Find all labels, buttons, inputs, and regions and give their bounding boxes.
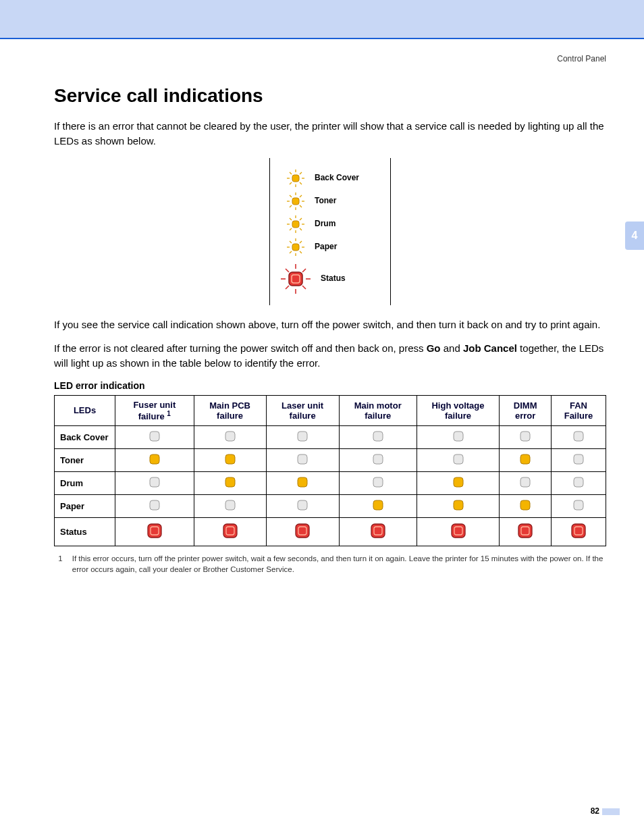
led-cell: [552, 426, 606, 449]
svg-line-33: [290, 251, 292, 253]
para-3: If the error is not cleared after turnin…: [54, 341, 606, 371]
status-led-on-icon: [369, 522, 387, 542]
col-leds: LEDs: [55, 395, 115, 425]
svg-line-5: [300, 182, 302, 184]
job-cancel-key: Job Cancel: [463, 342, 517, 354]
led-row-drum: Drum: [286, 215, 381, 234]
led-off-icon: [572, 476, 585, 490]
led-cell: [339, 449, 417, 472]
led-on-icon: [519, 453, 531, 467]
svg-rect-68: [225, 500, 235, 510]
svg-line-16: [300, 195, 302, 197]
led-cell: [500, 518, 552, 546]
led-cell: [339, 518, 417, 546]
svg-rect-80: [371, 524, 385, 538]
svg-rect-44: [289, 272, 302, 286]
led-off-icon: [572, 499, 585, 513]
page-number-tab: [602, 808, 620, 815]
led-lit-icon: [286, 215, 305, 234]
svg-rect-54: [225, 454, 235, 464]
status-led-on-icon: [516, 522, 534, 542]
led-error-table: LEDs Fuser unit failure 1 Main PCB failu…: [54, 395, 606, 546]
led-label: Paper: [315, 242, 337, 251]
table-row: Paper: [55, 495, 606, 518]
led-lit-icon: [286, 238, 305, 257]
svg-rect-8: [292, 175, 299, 182]
led-off-icon: [519, 430, 531, 444]
status-led-on-icon: [450, 522, 467, 542]
led-cell: [266, 495, 339, 518]
led-off-icon: [224, 430, 236, 444]
col-motor: Main motor failure: [339, 395, 417, 425]
intro-paragraph: If there is an error that cannot be clea…: [54, 119, 606, 149]
led-off-icon: [572, 430, 585, 444]
table-row: Status: [55, 518, 606, 546]
col-fan: FAN Failure: [552, 395, 606, 425]
chapter-tab: 4: [625, 221, 644, 250]
led-off-icon: [519, 476, 531, 490]
svg-rect-58: [520, 454, 530, 464]
svg-line-24: [290, 228, 292, 230]
led-label: Drum: [315, 219, 336, 228]
led-cell: [500, 472, 552, 495]
col-hv: High voltage failure: [417, 395, 500, 425]
table-row: Back Cover: [55, 426, 606, 449]
led-off-icon: [296, 453, 308, 467]
led-off-icon: [572, 453, 585, 467]
svg-line-23: [300, 228, 302, 230]
col-mainpcb: Main PCB failure: [194, 395, 266, 425]
led-row-back-cover: Back Cover: [286, 169, 381, 188]
svg-rect-59: [574, 454, 583, 464]
svg-rect-63: [373, 477, 383, 487]
led-off-icon: [372, 430, 384, 444]
led-row-paper: Paper: [286, 238, 381, 257]
led-cell: [194, 495, 266, 518]
led-cell: [266, 518, 339, 546]
svg-rect-50: [454, 432, 463, 441]
svg-line-32: [300, 251, 302, 253]
led-off-icon: [224, 499, 236, 513]
led-off-icon: [296, 499, 308, 513]
status-led-lit-icon: [280, 263, 311, 294]
led-cell: [115, 472, 194, 495]
led-cell: [339, 426, 417, 449]
led-row-status: Status: [286, 263, 381, 294]
led-off-icon: [296, 430, 308, 444]
footnote-number: 1: [54, 553, 63, 575]
status-led-on-icon: [221, 522, 239, 542]
led-cell: [266, 426, 339, 449]
led-cell: [194, 426, 266, 449]
table-row: Toner: [55, 449, 606, 472]
svg-line-15: [290, 205, 292, 207]
led-cell: [194, 518, 266, 546]
svg-rect-76: [223, 524, 237, 538]
led-off-icon: [149, 430, 161, 444]
led-cell: [552, 495, 606, 518]
led-on-icon: [372, 499, 384, 513]
svg-rect-67: [150, 500, 159, 510]
svg-rect-74: [148, 524, 161, 538]
led-on-icon: [296, 476, 308, 490]
svg-rect-72: [520, 500, 530, 510]
svg-rect-78: [296, 524, 309, 538]
led-on-icon: [452, 476, 464, 490]
led-on-icon: [224, 476, 236, 490]
svg-line-4: [290, 172, 292, 174]
svg-rect-53: [150, 454, 159, 464]
para-2: If you see the service call indication s…: [54, 317, 606, 332]
col-laser: Laser unit failure: [266, 395, 339, 425]
led-cell: [115, 518, 194, 546]
svg-rect-60: [150, 477, 159, 487]
led-cell: [115, 495, 194, 518]
led-off-icon: [149, 499, 161, 513]
page-title: Service call indications: [54, 85, 606, 107]
status-led-on-icon: [146, 522, 163, 542]
led-off-icon: [149, 476, 161, 490]
svg-rect-35: [292, 244, 299, 251]
svg-line-13: [290, 195, 292, 197]
led-off-icon: [452, 430, 464, 444]
led-cell: [500, 495, 552, 518]
header-band: [0, 0, 644, 38]
row-header: Status: [55, 518, 115, 546]
svg-rect-86: [572, 524, 585, 538]
